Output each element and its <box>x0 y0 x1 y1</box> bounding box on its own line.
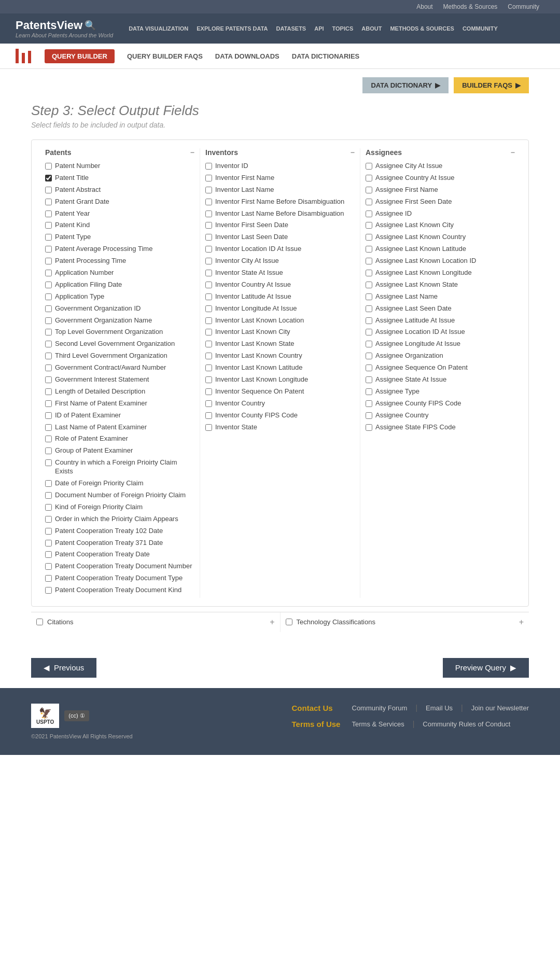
patents-fields-label-31[interactable]: Patent Cooperation Treaty 371 Date <box>55 539 163 548</box>
inventors-fields-checkbox-17[interactable] <box>205 365 212 371</box>
patents-fields-label-4[interactable]: Patent Year <box>55 209 90 218</box>
patents-fields-checkbox-16[interactable] <box>45 353 52 359</box>
topbar-about[interactable]: About <box>416 3 432 10</box>
assignees-fields-label-6[interactable]: Assignee Last Known Country <box>375 233 466 242</box>
inventors-fields-label-20[interactable]: Inventor Country <box>215 399 265 408</box>
assignees-fields-label-17[interactable]: Assignee Sequence On Patent <box>375 363 468 372</box>
patents-fields-checkbox-13[interactable] <box>45 317 52 324</box>
inventors-fields-label-21[interactable]: Inventor County FIPS Code <box>215 411 298 420</box>
patents-fields-label-8[interactable]: Patent Processing Time <box>55 257 126 265</box>
patents-fields-label-12[interactable]: Government Organization ID <box>55 304 141 313</box>
assignees-fields-checkbox-4[interactable] <box>366 211 372 217</box>
patents-fields-label-15[interactable]: Second Level Government Organization <box>55 340 175 348</box>
patents-fields-label-20[interactable]: First Name of Patent Examiner <box>55 399 147 408</box>
patents-fields-label-11[interactable]: Application Type <box>55 292 104 301</box>
data-dictionary-button[interactable]: DATA DICTIONARY ▶ <box>362 77 449 93</box>
patents-fields-checkbox-29[interactable] <box>45 516 52 523</box>
assignees-fields-label-21[interactable]: Assignee Country <box>375 411 429 420</box>
assignees-fields-label-10[interactable]: Assignee Last Known State <box>375 281 458 289</box>
inventors-fields-checkbox-4[interactable] <box>205 211 212 217</box>
assignees-fields-checkbox-9[interactable] <box>366 270 372 276</box>
patents-fields-label-29[interactable]: Order in which the Prioirty Claim Appear… <box>55 515 178 524</box>
assignees-fields-label-22[interactable]: Assignee State FIPS Code <box>375 423 456 432</box>
assignees-fields-checkbox-21[interactable] <box>366 412 372 419</box>
patents-fields-label-7[interactable]: Patent Average Processing Time <box>55 245 152 254</box>
assignees-fields-label-18[interactable]: Assignee State At Issue <box>375 375 446 384</box>
subnav-faqs[interactable]: QUERY BUILDER FAQS <box>127 52 203 60</box>
patents-fields-checkbox-25[interactable] <box>45 459 52 466</box>
patents-fields-label-33[interactable]: Patent Cooperation Treaty Document Numbe… <box>55 562 192 571</box>
patents-fields-checkbox-31[interactable] <box>45 540 52 546</box>
patents-fields-checkbox-21[interactable] <box>45 412 52 419</box>
assignees-col-minus[interactable]: − <box>511 148 515 157</box>
patents-fields-label-25[interactable]: Country in which a Foreign Prioirty Clai… <box>55 458 194 476</box>
patents-fields-checkbox-6[interactable] <box>45 234 52 241</box>
inventors-fields-label-0[interactable]: Inventor ID <box>215 162 248 171</box>
query-builder-button[interactable]: QUERY BUILDER <box>45 49 115 63</box>
assignees-fields-label-14[interactable]: Assignee Location ID At Issue <box>375 328 465 337</box>
assignees-fields-checkbox-5[interactable] <box>366 222 372 229</box>
assignees-fields-label-19[interactable]: Assignee Type <box>375 387 419 396</box>
patents-fields-label-26[interactable]: Date of Foreign Priority Claim <box>55 479 144 488</box>
patents-fields-label-28[interactable]: Kind of Foreign Priority Claim <box>55 503 143 512</box>
patents-fields-label-13[interactable]: Government Organization Name <box>55 316 152 325</box>
patents-fields-checkbox-1[interactable] <box>45 175 52 181</box>
patents-fields-label-9[interactable]: Application Number <box>55 269 114 277</box>
assignees-fields-label-11[interactable]: Assignee Last Name <box>375 292 438 301</box>
assignees-fields-label-2[interactable]: Assignee First Name <box>375 186 438 194</box>
assignees-fields-label-8[interactable]: Assignee Last Known Location ID <box>375 257 476 265</box>
assignees-fields-label-0[interactable]: Assignee City At Issue <box>375 162 442 171</box>
inventors-fields-checkbox-10[interactable] <box>205 282 212 288</box>
assignees-fields-label-7[interactable]: Assignee Last Known Latitude <box>375 245 466 254</box>
assignees-fields-label-4[interactable]: Assignee ID <box>375 209 412 218</box>
inventors-fields-label-3[interactable]: Inventor First Name Before Disambiguatio… <box>215 198 344 206</box>
terms-services-link[interactable]: Terms & Services <box>352 720 404 728</box>
nav-topics[interactable]: TOPICS <box>332 25 354 32</box>
assignees-fields-checkbox-0[interactable] <box>366 163 372 170</box>
assignees-fields-label-20[interactable]: Assignee County FIPS Code <box>375 399 461 408</box>
nav-methods[interactable]: METHODS & SOURCES <box>390 25 454 32</box>
community-rules-link[interactable]: Community Rules of Conduct <box>423 720 510 728</box>
patents-fields-label-1[interactable]: Patent Title <box>55 174 89 183</box>
inventors-col-minus[interactable]: − <box>351 148 355 157</box>
assignees-fields-checkbox-3[interactable] <box>366 199 372 205</box>
patents-fields-label-22[interactable]: Last Name of Patent Examiner <box>55 423 147 432</box>
nav-api[interactable]: API <box>314 25 324 32</box>
patents-fields-checkbox-15[interactable] <box>45 341 52 347</box>
patents-fields-label-24[interactable]: Group of Patent Examiner <box>55 446 133 455</box>
patents-fields-checkbox-9[interactable] <box>45 270 52 276</box>
patents-fields-label-14[interactable]: Top Level Government Organization <box>55 328 163 337</box>
nav-datasets[interactable]: DATASETS <box>276 25 306 32</box>
nav-explore[interactable]: EXPLORE PATENTS DATA <box>197 25 268 32</box>
inventors-fields-checkbox-19[interactable] <box>205 388 212 395</box>
patents-fields-checkbox-33[interactable] <box>45 563 52 570</box>
patents-fields-checkbox-18[interactable] <box>45 376 52 383</box>
assignees-fields-checkbox-1[interactable] <box>366 175 372 181</box>
patents-fields-label-0[interactable]: Patent Number <box>55 162 100 171</box>
inventors-fields-label-6[interactable]: Inventor Last Seen Date <box>215 233 288 242</box>
inventors-fields-label-22[interactable]: Inventor State <box>215 423 257 432</box>
inventors-fields-checkbox-20[interactable] <box>205 400 212 407</box>
patents-fields-label-18[interactable]: Government Interest Statement <box>55 375 149 384</box>
patents-fields-label-34[interactable]: Patent Cooperation Treaty Document Type <box>55 574 183 583</box>
patents-fields-label-2[interactable]: Patent Abstract <box>55 186 101 194</box>
patents-fields-checkbox-3[interactable] <box>45 199 52 205</box>
inventors-fields-checkbox-6[interactable] <box>205 234 212 241</box>
assignees-fields-checkbox-18[interactable] <box>366 376 372 383</box>
assignees-fields-checkbox-10[interactable] <box>366 282 372 288</box>
assignees-fields-checkbox-14[interactable] <box>366 329 372 335</box>
inventors-fields-label-17[interactable]: Inventor Last Known Latitude <box>215 363 302 372</box>
assignees-fields-checkbox-20[interactable] <box>366 400 372 407</box>
patents-fields-checkbox-11[interactable] <box>45 293 52 300</box>
inventors-fields-label-4[interactable]: Inventor Last Name Before Disambiguation <box>215 209 344 218</box>
patents-fields-checkbox-10[interactable] <box>45 282 52 288</box>
patents-fields-label-10[interactable]: Application Filing Date <box>55 281 122 289</box>
assignees-fields-checkbox-17[interactable] <box>366 365 372 371</box>
patents-fields-checkbox-34[interactable] <box>45 575 52 582</box>
assignees-fields-label-5[interactable]: Assignee Last Known City <box>375 221 454 230</box>
inventors-fields-checkbox-5[interactable] <box>205 222 212 229</box>
inventors-fields-label-2[interactable]: Inventor Last Name <box>215 186 274 194</box>
assignees-fields-label-16[interactable]: Assignee Organization <box>375 352 443 360</box>
assignees-fields-checkbox-2[interactable] <box>366 187 372 193</box>
inventors-fields-checkbox-1[interactable] <box>205 175 212 181</box>
